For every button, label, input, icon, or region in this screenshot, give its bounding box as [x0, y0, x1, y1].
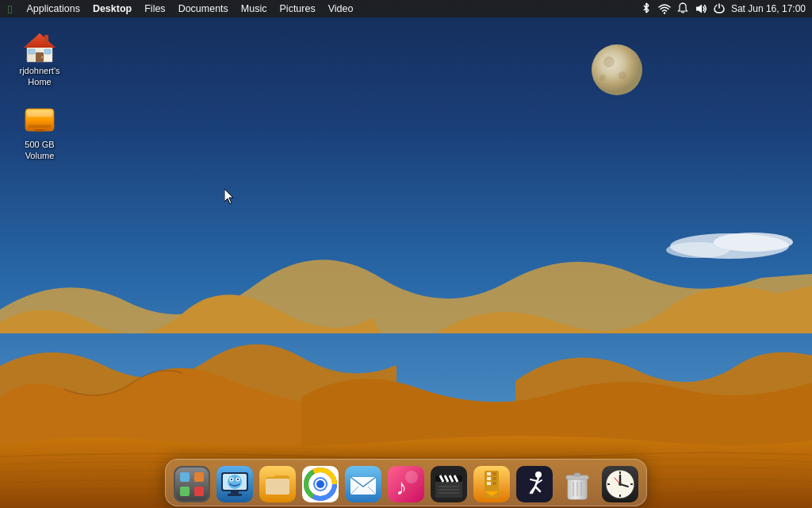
svg-rect-90	[574, 473, 580, 476]
svg-marker-17	[696, 5, 702, 13]
svg-point-15	[664, 12, 665, 13]
svg-point-64	[405, 471, 418, 483]
svg-point-1	[592, 44, 642, 95]
dock-item-clock[interactable]	[600, 463, 640, 502]
dock-item-itunes[interactable]: ♪	[386, 463, 426, 502]
menubar-right: Sat Jun 16, 17:00	[641, 2, 812, 15]
svg-rect-48	[228, 494, 242, 496]
home-folder-label: rjdohnert's Home	[11, 65, 68, 88]
power-icon[interactable]	[714, 3, 725, 14]
menu-pictures[interactable]: Pictures	[274, 0, 322, 17]
svg-point-45	[231, 479, 232, 480]
svg-point-7	[666, 242, 730, 258]
home-folder-icon[interactable]: rjdohnert's Home	[8, 24, 71, 91]
svg-rect-80	[487, 477, 491, 480]
apple-menu[interactable]: 	[0, 2, 20, 16]
svg-rect-35	[194, 472, 204, 482]
svg-rect-78	[487, 472, 491, 475]
svg-point-104	[619, 483, 622, 486]
svg-rect-37	[194, 487, 204, 496]
svg-rect-25	[44, 49, 51, 54]
svg-point-57	[316, 480, 324, 488]
svg-rect-26	[44, 35, 48, 43]
dock-item-files[interactable]	[258, 463, 297, 502]
svg-marker-21	[24, 33, 56, 48]
desktop-icons: rjdohnert's Home	[8, 24, 71, 164]
svg-rect-34	[180, 472, 190, 482]
dock-item-system-prefs[interactable]	[172, 463, 212, 502]
menu-video[interactable]: Video	[322, 0, 360, 17]
dock-item-archive[interactable]	[472, 463, 511, 502]
svg-rect-28	[27, 110, 52, 117]
menu-applications[interactable]: Applications	[20, 0, 86, 17]
svg-point-2	[603, 56, 615, 67]
menubar:  Applications Desktop Files Documents M…	[0, 0, 812, 17]
menu-files[interactable]: Files	[138, 0, 171, 17]
notifications-icon[interactable]	[677, 2, 688, 15]
svg-rect-24	[29, 49, 35, 54]
svg-rect-82	[487, 482, 491, 485]
bluetooth-icon[interactable]	[641, 2, 652, 15]
dock-item-mail[interactable]	[343, 463, 383, 502]
datetime-display: Sat Jun 16, 17:00	[731, 3, 806, 14]
dock-item-trash[interactable]	[557, 463, 597, 502]
desktop:  Applications Desktop Files Documents M…	[0, 0, 812, 508]
dock-item-chrome[interactable]	[301, 463, 340, 502]
svg-rect-36	[180, 487, 190, 496]
volume-drive-icon[interactable]: 500 GB Volume	[8, 98, 71, 165]
svg-point-4	[599, 75, 606, 81]
svg-rect-81	[492, 477, 496, 480]
svg-rect-83	[492, 482, 496, 485]
wifi-icon[interactable]	[658, 3, 671, 14]
svg-text:♪: ♪	[396, 475, 407, 499]
svg-point-23	[41, 56, 43, 58]
svg-point-46	[237, 479, 239, 480]
svg-rect-79	[492, 472, 496, 475]
svg-rect-29	[29, 125, 51, 128]
svg-point-3	[619, 71, 626, 79]
svg-rect-33	[175, 468, 209, 501]
volume-drive-label: 500 GB Volume	[11, 139, 68, 162]
apple-logo: 	[8, 2, 12, 16]
dock-item-finder[interactable]	[215, 463, 255, 502]
menu-documents[interactable]: Documents	[172, 0, 235, 17]
volume-icon[interactable]	[695, 3, 707, 14]
dock: ♪	[165, 459, 647, 506]
svg-rect-84	[516, 466, 553, 502]
menubar-left:  Applications Desktop Files Documents M…	[0, 0, 641, 17]
svg-rect-30	[35, 129, 44, 132]
menu-music[interactable]: Music	[235, 0, 274, 17]
wallpaper	[0, 0, 812, 508]
menu-desktop[interactable]: Desktop	[86, 0, 138, 17]
svg-point-42	[228, 475, 242, 489]
dock-item-runner[interactable]	[515, 463, 554, 502]
dock-item-clapper[interactable]	[429, 463, 469, 502]
